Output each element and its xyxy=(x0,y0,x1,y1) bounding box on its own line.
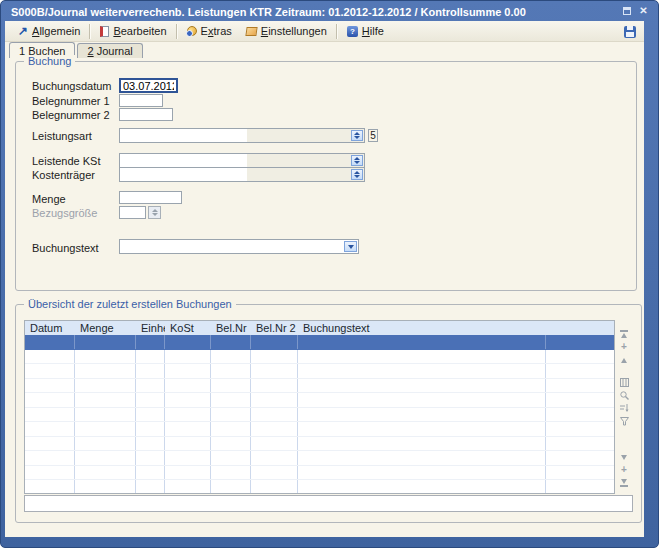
column-header-menge[interactable]: Menge xyxy=(75,321,136,335)
sort-icon[interactable] xyxy=(619,403,629,413)
table-cell xyxy=(25,437,75,451)
table-cell xyxy=(75,437,136,451)
toolbar-divider xyxy=(176,24,178,39)
leistende-kst-combobox[interactable] xyxy=(119,153,365,168)
leistende-kst-spinner-button[interactable] xyxy=(351,155,363,166)
table-cell xyxy=(165,335,211,349)
table-cell xyxy=(251,393,298,407)
menu-item-hilfe[interactable]: Hilfe xyxy=(340,23,391,40)
table-row[interactable] xyxy=(25,364,614,379)
table-body xyxy=(25,335,614,494)
belegnummer2-label: Belegnummer 2 xyxy=(32,109,110,121)
belegnummer2-input[interactable] xyxy=(119,108,173,121)
table-row[interactable] xyxy=(25,422,614,437)
table-cell xyxy=(75,364,136,378)
toolbar-divider xyxy=(336,24,338,39)
menu-item-einstellungen[interactable]: Einstellungen xyxy=(239,23,334,40)
table-cell xyxy=(546,480,615,494)
save-button[interactable] xyxy=(623,25,637,39)
table-cell xyxy=(298,480,546,494)
column-header-datum[interactable]: Datum xyxy=(25,321,75,335)
column-header-belnr[interactable]: Bel.Nr xyxy=(211,321,251,335)
menge-label: Menge xyxy=(32,193,66,205)
table-cell xyxy=(136,466,165,480)
restore-button[interactable] xyxy=(620,4,633,17)
menge-input[interactable] xyxy=(119,191,182,204)
table-cell xyxy=(165,437,211,451)
table-cell xyxy=(136,335,165,349)
table-cell xyxy=(25,466,75,480)
kostentraeger-combobox[interactable] xyxy=(119,167,365,182)
table-row[interactable] xyxy=(25,335,614,350)
scroll-last-icon[interactable] xyxy=(619,478,629,488)
table-cell xyxy=(136,393,165,407)
table-cell xyxy=(165,408,211,422)
table-cell xyxy=(25,335,75,349)
table-row[interactable] xyxy=(25,393,614,408)
table-row[interactable] xyxy=(25,437,614,452)
kostentraeger-spinner-button[interactable] xyxy=(351,169,363,180)
menu-toolbar: ↗ Allgemein Bearbeiten Extras Einstellun… xyxy=(5,21,644,42)
belegnummer1-input[interactable] xyxy=(119,94,163,107)
column-header-kost[interactable]: KoSt xyxy=(165,321,211,335)
scroll-down-icon[interactable]: + xyxy=(619,465,629,475)
column-header-buchungstext[interactable]: Buchungstext xyxy=(298,321,546,335)
column-header-belnr2[interactable]: Bel.Nr 2 xyxy=(251,321,298,335)
filter-icon[interactable] xyxy=(619,416,629,426)
column-header-einheit[interactable]: Einheit xyxy=(136,321,165,335)
search-icon[interactable] xyxy=(619,390,629,400)
table-cell xyxy=(546,379,615,393)
table-cell xyxy=(298,451,546,465)
table-cell xyxy=(136,379,165,393)
scroll-prev-icon[interactable] xyxy=(619,355,629,365)
table-row[interactable] xyxy=(25,408,614,423)
menu-item-bearbeiten[interactable]: Bearbeiten xyxy=(93,23,173,40)
scroll-first-icon[interactable] xyxy=(619,329,629,339)
table-row[interactable] xyxy=(25,451,614,466)
table-nav-strip: + + xyxy=(617,325,631,490)
table-cell xyxy=(251,466,298,480)
table-cell xyxy=(136,480,165,494)
table-cell xyxy=(546,335,615,349)
table-row[interactable] xyxy=(25,350,614,365)
table-cell xyxy=(25,364,75,378)
grid-columns-icon[interactable] xyxy=(619,377,629,387)
menu-label: Allgemein xyxy=(32,25,80,37)
leistungsart-combobox[interactable] xyxy=(119,128,365,143)
window-title: S000B/Journal weiterverrechenb. Leistung… xyxy=(5,6,526,18)
table-cell xyxy=(211,466,251,480)
spinner-down-icon xyxy=(354,161,360,164)
spinner-up-icon xyxy=(354,132,360,135)
table-cell xyxy=(75,408,136,422)
table-cell xyxy=(75,422,136,436)
tab-journal[interactable]: 2 Journal xyxy=(77,43,142,58)
table-cell xyxy=(75,393,136,407)
table-cell xyxy=(546,451,615,465)
spinner-up-icon xyxy=(152,209,158,212)
summary-field[interactable] xyxy=(24,495,633,512)
bezugsgroesse-label: Bezugsgröße xyxy=(32,207,97,219)
menu-label: Hilfe xyxy=(362,25,384,37)
table-cell xyxy=(298,437,546,451)
column-header-extra[interactable] xyxy=(546,321,615,335)
buchungsdatum-input[interactable] xyxy=(119,78,178,93)
table-row[interactable] xyxy=(25,480,614,494)
menu-item-allgemein[interactable]: ↗ Allgemein xyxy=(11,23,87,40)
buchungstext-dropdown[interactable] xyxy=(119,239,359,254)
table-cell xyxy=(165,480,211,494)
scroll-next-icon[interactable] xyxy=(619,452,629,462)
table-cell xyxy=(25,451,75,465)
table-cell xyxy=(165,393,211,407)
table-row[interactable] xyxy=(25,379,614,394)
table-row[interactable] xyxy=(25,466,614,481)
table-cell xyxy=(298,350,546,364)
menu-label: Einstellungen xyxy=(261,25,327,37)
table-cell xyxy=(211,350,251,364)
buchungstext-dropdown-button[interactable] xyxy=(344,241,357,252)
table-cell xyxy=(251,437,298,451)
scroll-up-icon[interactable]: + xyxy=(619,342,629,352)
leistungsart-spinner-button[interactable] xyxy=(351,130,363,141)
menu-item-extras[interactable]: Extras xyxy=(180,23,239,40)
table-cell xyxy=(25,422,75,436)
close-button[interactable]: ✕ xyxy=(637,4,650,17)
